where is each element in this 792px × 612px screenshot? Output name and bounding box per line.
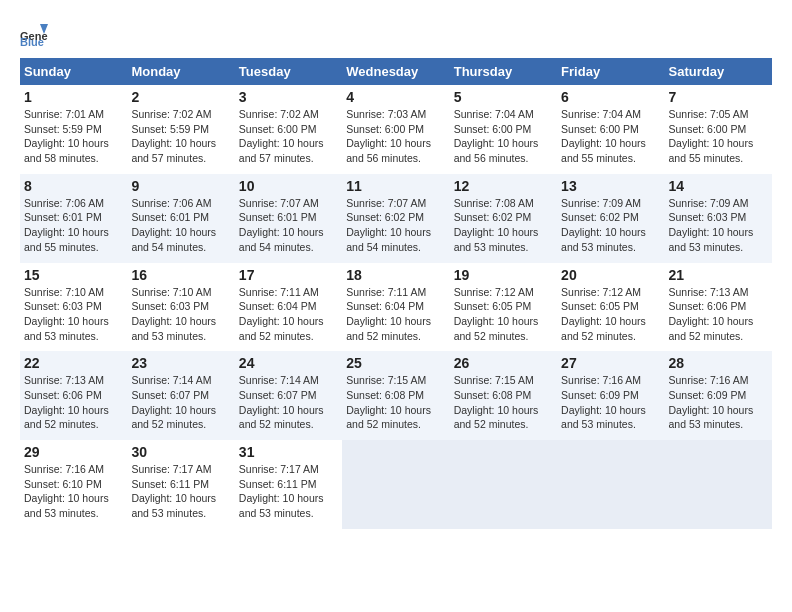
calendar-cell: 4Sunrise: 7:03 AMSunset: 6:00 PMDaylight… xyxy=(342,85,449,174)
day-detail: Sunrise: 7:10 AMSunset: 6:03 PMDaylight:… xyxy=(24,285,123,344)
day-detail: Sunrise: 7:15 AMSunset: 6:08 PMDaylight:… xyxy=(346,373,445,432)
day-detail: Sunrise: 7:10 AMSunset: 6:03 PMDaylight:… xyxy=(131,285,230,344)
day-detail: Sunrise: 7:13 AMSunset: 6:06 PMDaylight:… xyxy=(24,373,123,432)
day-detail: Sunrise: 7:12 AMSunset: 6:05 PMDaylight:… xyxy=(454,285,553,344)
day-number: 7 xyxy=(669,89,768,105)
calendar-cell: 28Sunrise: 7:16 AMSunset: 6:09 PMDayligh… xyxy=(665,351,772,440)
day-number: 16 xyxy=(131,267,230,283)
calendar-cell: 22Sunrise: 7:13 AMSunset: 6:06 PMDayligh… xyxy=(20,351,127,440)
day-detail: Sunrise: 7:11 AMSunset: 6:04 PMDaylight:… xyxy=(239,285,338,344)
calendar-cell: 11Sunrise: 7:07 AMSunset: 6:02 PMDayligh… xyxy=(342,174,449,263)
day-number: 11 xyxy=(346,178,445,194)
calendar-cell: 16Sunrise: 7:10 AMSunset: 6:03 PMDayligh… xyxy=(127,263,234,352)
calendar-cell: 27Sunrise: 7:16 AMSunset: 6:09 PMDayligh… xyxy=(557,351,664,440)
calendar-cell: 23Sunrise: 7:14 AMSunset: 6:07 PMDayligh… xyxy=(127,351,234,440)
day-detail: Sunrise: 7:07 AMSunset: 6:02 PMDaylight:… xyxy=(346,196,445,255)
calendar-cell: 2Sunrise: 7:02 AMSunset: 5:59 PMDaylight… xyxy=(127,85,234,174)
day-detail: Sunrise: 7:09 AMSunset: 6:03 PMDaylight:… xyxy=(669,196,768,255)
day-number: 18 xyxy=(346,267,445,283)
header-friday: Friday xyxy=(557,58,664,85)
day-detail: Sunrise: 7:13 AMSunset: 6:06 PMDaylight:… xyxy=(669,285,768,344)
calendar-week-2: 15Sunrise: 7:10 AMSunset: 6:03 PMDayligh… xyxy=(20,263,772,352)
logo-icon: General Blue xyxy=(20,20,48,48)
day-detail: Sunrise: 7:15 AMSunset: 6:08 PMDaylight:… xyxy=(454,373,553,432)
calendar-cell: 21Sunrise: 7:13 AMSunset: 6:06 PMDayligh… xyxy=(665,263,772,352)
calendar-cell: 17Sunrise: 7:11 AMSunset: 6:04 PMDayligh… xyxy=(235,263,342,352)
page-header: General Blue xyxy=(20,20,772,48)
day-detail: Sunrise: 7:06 AMSunset: 6:01 PMDaylight:… xyxy=(131,196,230,255)
calendar-cell: 15Sunrise: 7:10 AMSunset: 6:03 PMDayligh… xyxy=(20,263,127,352)
day-detail: Sunrise: 7:14 AMSunset: 6:07 PMDaylight:… xyxy=(239,373,338,432)
calendar-cell: 29Sunrise: 7:16 AMSunset: 6:10 PMDayligh… xyxy=(20,440,127,529)
header-monday: Monday xyxy=(127,58,234,85)
day-detail: Sunrise: 7:06 AMSunset: 6:01 PMDaylight:… xyxy=(24,196,123,255)
calendar-week-1: 8Sunrise: 7:06 AMSunset: 6:01 PMDaylight… xyxy=(20,174,772,263)
calendar-week-4: 29Sunrise: 7:16 AMSunset: 6:10 PMDayligh… xyxy=(20,440,772,529)
day-detail: Sunrise: 7:17 AMSunset: 6:11 PMDaylight:… xyxy=(131,462,230,521)
day-detail: Sunrise: 7:05 AMSunset: 6:00 PMDaylight:… xyxy=(669,107,768,166)
day-detail: Sunrise: 7:12 AMSunset: 6:05 PMDaylight:… xyxy=(561,285,660,344)
calendar-cell: 24Sunrise: 7:14 AMSunset: 6:07 PMDayligh… xyxy=(235,351,342,440)
calendar-cell: 5Sunrise: 7:04 AMSunset: 6:00 PMDaylight… xyxy=(450,85,557,174)
calendar-cell: 8Sunrise: 7:06 AMSunset: 6:01 PMDaylight… xyxy=(20,174,127,263)
calendar-cell: 18Sunrise: 7:11 AMSunset: 6:04 PMDayligh… xyxy=(342,263,449,352)
header-row: SundayMondayTuesdayWednesdayThursdayFrid… xyxy=(20,58,772,85)
day-detail: Sunrise: 7:07 AMSunset: 6:01 PMDaylight:… xyxy=(239,196,338,255)
day-number: 22 xyxy=(24,355,123,371)
day-detail: Sunrise: 7:11 AMSunset: 6:04 PMDaylight:… xyxy=(346,285,445,344)
day-number: 24 xyxy=(239,355,338,371)
calendar-cell: 3Sunrise: 7:02 AMSunset: 6:00 PMDaylight… xyxy=(235,85,342,174)
day-detail: Sunrise: 7:16 AMSunset: 6:09 PMDaylight:… xyxy=(561,373,660,432)
header-saturday: Saturday xyxy=(665,58,772,85)
day-number: 21 xyxy=(669,267,768,283)
calendar-cell xyxy=(342,440,449,529)
calendar-cell xyxy=(450,440,557,529)
day-detail: Sunrise: 7:16 AMSunset: 6:10 PMDaylight:… xyxy=(24,462,123,521)
day-detail: Sunrise: 7:09 AMSunset: 6:02 PMDaylight:… xyxy=(561,196,660,255)
calendar-cell: 20Sunrise: 7:12 AMSunset: 6:05 PMDayligh… xyxy=(557,263,664,352)
day-number: 17 xyxy=(239,267,338,283)
logo: General Blue xyxy=(20,20,48,48)
day-number: 19 xyxy=(454,267,553,283)
day-detail: Sunrise: 7:16 AMSunset: 6:09 PMDaylight:… xyxy=(669,373,768,432)
header-sunday: Sunday xyxy=(20,58,127,85)
header-tuesday: Tuesday xyxy=(235,58,342,85)
calendar-cell xyxy=(665,440,772,529)
day-number: 13 xyxy=(561,178,660,194)
day-detail: Sunrise: 7:08 AMSunset: 6:02 PMDaylight:… xyxy=(454,196,553,255)
calendar-cell: 10Sunrise: 7:07 AMSunset: 6:01 PMDayligh… xyxy=(235,174,342,263)
svg-text:Blue: Blue xyxy=(20,36,44,48)
day-detail: Sunrise: 7:02 AMSunset: 6:00 PMDaylight:… xyxy=(239,107,338,166)
day-number: 5 xyxy=(454,89,553,105)
day-number: 9 xyxy=(131,178,230,194)
day-number: 14 xyxy=(669,178,768,194)
day-number: 12 xyxy=(454,178,553,194)
day-number: 25 xyxy=(346,355,445,371)
day-number: 29 xyxy=(24,444,123,460)
day-number: 10 xyxy=(239,178,338,194)
day-number: 1 xyxy=(24,89,123,105)
day-number: 20 xyxy=(561,267,660,283)
day-detail: Sunrise: 7:01 AMSunset: 5:59 PMDaylight:… xyxy=(24,107,123,166)
day-detail: Sunrise: 7:14 AMSunset: 6:07 PMDaylight:… xyxy=(131,373,230,432)
day-number: 3 xyxy=(239,89,338,105)
day-number: 31 xyxy=(239,444,338,460)
calendar-cell: 19Sunrise: 7:12 AMSunset: 6:05 PMDayligh… xyxy=(450,263,557,352)
calendar-table: SundayMondayTuesdayWednesdayThursdayFrid… xyxy=(20,58,772,529)
calendar-cell: 13Sunrise: 7:09 AMSunset: 6:02 PMDayligh… xyxy=(557,174,664,263)
calendar-cell: 30Sunrise: 7:17 AMSunset: 6:11 PMDayligh… xyxy=(127,440,234,529)
calendar-cell: 25Sunrise: 7:15 AMSunset: 6:08 PMDayligh… xyxy=(342,351,449,440)
day-number: 30 xyxy=(131,444,230,460)
calendar-cell: 1Sunrise: 7:01 AMSunset: 5:59 PMDaylight… xyxy=(20,85,127,174)
day-number: 23 xyxy=(131,355,230,371)
calendar-cell: 31Sunrise: 7:17 AMSunset: 6:11 PMDayligh… xyxy=(235,440,342,529)
day-number: 4 xyxy=(346,89,445,105)
day-number: 6 xyxy=(561,89,660,105)
calendar-cell: 6Sunrise: 7:04 AMSunset: 6:00 PMDaylight… xyxy=(557,85,664,174)
day-number: 8 xyxy=(24,178,123,194)
day-number: 26 xyxy=(454,355,553,371)
day-detail: Sunrise: 7:04 AMSunset: 6:00 PMDaylight:… xyxy=(454,107,553,166)
calendar-cell: 12Sunrise: 7:08 AMSunset: 6:02 PMDayligh… xyxy=(450,174,557,263)
header-wednesday: Wednesday xyxy=(342,58,449,85)
calendar-cell: 26Sunrise: 7:15 AMSunset: 6:08 PMDayligh… xyxy=(450,351,557,440)
